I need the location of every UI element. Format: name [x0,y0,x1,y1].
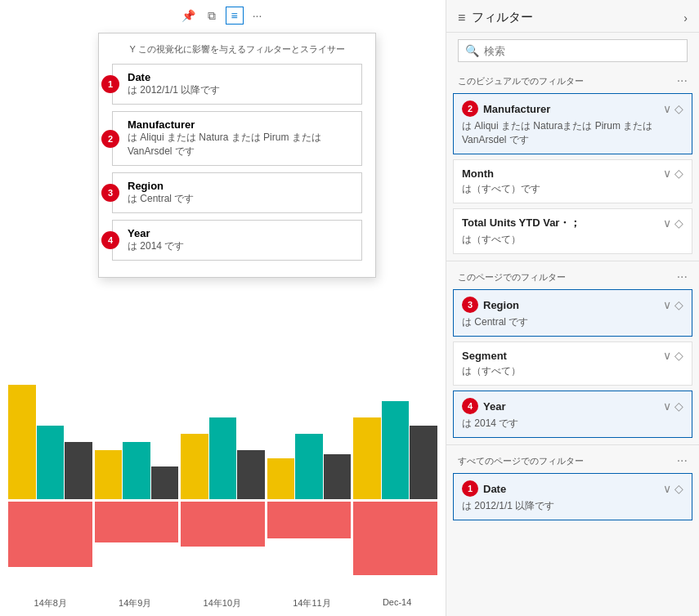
manufacturer-chevron-icon[interactable]: ∨ [663,102,671,115]
search-box[interactable]: 🔍 [458,39,688,62]
bar-yellow-1 [8,385,36,499]
date-header-row: 1 Date ∨ ◇ [462,480,683,497]
filter-card-date[interactable]: 1 Date ∨ ◇ は 2012/1/1 以降です [453,473,692,520]
month-clear-icon[interactable]: ◇ [674,167,683,180]
filter-tooltip: Y この視覚化に影響を与えるフィルターとスライサー 1 Date は 2012/… [98,33,376,278]
copy-icon[interactable]: ⧉ [203,7,221,25]
tooltip-badge-4: 4 [101,231,119,249]
region-value: は Central です [462,315,683,329]
visual-filters-section-header: このビジュアルでのフィルター ··· [446,69,699,92]
bar-yellow-3 [181,434,208,499]
panel-collapse-icon[interactable]: › [683,11,688,25]
tooltip-item-1: 1 Date は 2012/1/1 以降です [112,64,362,105]
manufacturer-header-row: 2 Manufacturer ∨ ◇ [462,100,683,117]
bar-group-2 [95,336,179,583]
total-units-clear-icon[interactable]: ◇ [674,216,683,230]
filter-card-segment[interactable]: Segment ∨ ◇ は（すべて） [453,341,692,386]
date-badge: 1 [462,480,478,497]
bar-group-5 [353,336,437,583]
manufacturer-badge: 2 [462,100,478,117]
bar-red-3 [181,502,265,547]
bar-dark-1 [65,442,92,499]
date-chevron-icon[interactable]: ∨ [663,482,671,495]
bar-teal-5 [382,401,410,499]
bar-dark-4 [324,454,352,499]
all-pages-filters-more[interactable]: ··· [677,453,688,468]
bar-teal-2 [123,442,150,499]
search-input[interactable] [484,45,680,57]
bar-red-5 [353,502,437,575]
filter-card-region[interactable]: 3 Region ∨ ◇ は Central です [453,289,692,337]
tooltip-title: Y この視覚化に影響を与えるフィルターとスライサー [112,43,362,56]
panel-title: フィルター [472,10,533,25]
tooltip-value-3: は Central です [128,192,194,206]
tooltip-item-4: 4 Year は 2014 です [112,220,362,261]
visual-filters-label: このビジュアルでのフィルター [458,75,584,87]
tooltip-value-2: は Aliqui または Natura または Pirum または VanArs… [128,131,353,158]
tooltip-badge-2: 2 [101,130,119,148]
segment-chevron-icon[interactable]: ∨ [663,349,671,362]
month-header-row: Month ∨ ◇ [462,167,683,180]
menu-icon[interactable]: ≡ [226,7,244,25]
manufacturer-clear-icon[interactable]: ◇ [674,102,683,115]
filter-card-manufacturer[interactable]: 2 Manufacturer ∨ ◇ は Aliqui または Naturaまた… [453,93,692,154]
year-icons: ∨ ◇ [663,400,683,413]
bar-dark-2 [151,466,179,499]
bar-dark-5 [410,426,437,499]
filter-card-year[interactable]: 4 Year ∨ ◇ は 2014 です [453,391,692,438]
xlabel-5: Dec-14 [383,597,411,609]
region-chevron-icon[interactable]: ∨ [663,298,671,311]
segment-header-row: Segment ∨ ◇ [462,349,683,362]
bar-red-2 [95,502,179,542]
tooltip-value-1: は 2012/1/1 以降です [128,83,220,97]
segment-icons: ∨ ◇ [663,349,683,362]
xlabel-2: 14年9月 [119,597,151,609]
more-icon[interactable]: ··· [249,7,267,25]
region-clear-icon[interactable]: ◇ [674,298,683,311]
region-header-row: 3 Region ∨ ◇ [462,297,683,313]
month-chevron-icon[interactable]: ∨ [663,167,671,180]
page-filters-more[interactable]: ··· [677,270,688,284]
year-chevron-icon[interactable]: ∨ [663,400,671,413]
all-pages-filters-section-header: すべてのページでのフィルター ··· [446,449,699,471]
total-units-value: は（すべて） [462,233,683,247]
month-value: は（すべて）です [462,182,683,196]
year-badge: 4 [462,398,478,414]
filter-panel: ≡ フィルター › 🔍 このビジュアルでのフィルター ··· 2 Manufac… [446,0,699,616]
bar-red-1 [8,502,92,567]
date-title: 1 Date [462,480,506,497]
year-clear-icon[interactable]: ◇ [674,400,683,413]
region-badge: 3 [462,297,478,313]
pin-icon[interactable]: 📌 [180,7,198,25]
filter-card-total-units[interactable]: Total Units YTD Var・； ∨ ◇ は（すべて） [453,208,692,254]
tooltip-item-3: 3 Region は Central です [112,172,362,213]
xlabel-3: 14年10月 [204,597,241,609]
manufacturer-icons: ∨ ◇ [663,102,683,115]
tooltip-field-1: Date [128,71,220,83]
section-divider-1 [446,261,699,261]
bar-red-4 [267,502,352,538]
date-icons: ∨ ◇ [663,482,683,495]
bar-group-4 [267,336,352,583]
total-units-header-row: Total Units YTD Var・； ∨ ◇ [462,216,683,230]
segment-value: は（すべて） [462,364,683,378]
search-icon: 🔍 [465,44,479,57]
bar-yellow-2 [95,450,123,499]
visual-filters-more[interactable]: ··· [677,74,688,88]
bar-yellow-5 [353,417,381,499]
bar-yellow-4 [267,458,295,499]
segment-clear-icon[interactable]: ◇ [674,349,683,362]
filter-card-month[interactable]: Month ∨ ◇ は（すべて）です [453,159,692,203]
total-units-chevron-icon[interactable]: ∨ [663,216,671,230]
year-title: 4 Year [462,398,505,414]
tooltip-badge-3: 3 [101,184,119,202]
bar-teal-4 [295,434,323,499]
bar-dark-3 [237,450,265,499]
manufacturer-value: は Aliqui または Naturaまたは Pirum または VanArsd… [462,119,683,147]
year-value: は 2014 です [462,417,683,431]
filter-lines-icon: ≡ [458,11,465,25]
total-units-icons: ∨ ◇ [663,216,683,230]
year-header-row: 4 Year ∨ ◇ [462,398,683,414]
region-title: 3 Region [462,297,519,313]
date-clear-icon[interactable]: ◇ [674,482,683,495]
